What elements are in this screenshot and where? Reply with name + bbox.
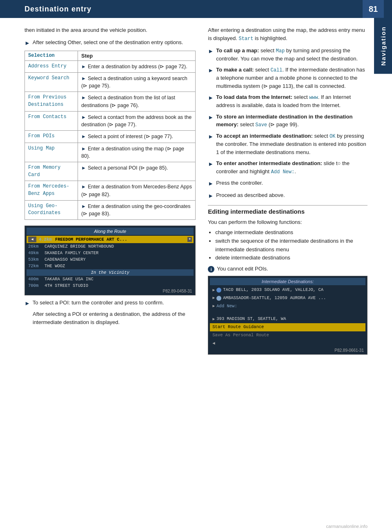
screenshot-2-row-back: ◀ <box>210 340 365 348</box>
right-bullet-enter-another: ► To enter another intermediate destinat… <box>208 159 368 176</box>
screenshot-2-row-empty <box>210 310 365 315</box>
screenshot-2-header: Intermediate Destinations: <box>210 278 365 285</box>
screenshot-row: 26km CARQUINEZ BRIDGE NORTHBOUND <box>27 243 194 250</box>
right-bullet-accept: ► To accept an intermediate destination:… <box>208 132 368 156</box>
left-column: then initiated in the area around the ve… <box>24 26 204 355</box>
table-row: From Contacts►Select a contact from the … <box>25 111 196 131</box>
right-bullet-internet: ► To load data from the Internet: select… <box>208 93 368 110</box>
main-content: then initiated in the area around the ve… <box>0 18 392 363</box>
after-screenshot-text: After selecting a POI or entering a dest… <box>33 310 196 326</box>
header-bar: Destination entry 81 <box>0 0 392 18</box>
table-cell-selection: From Contacts <box>25 111 78 131</box>
bullet-arrow-icon: ► <box>208 113 214 122</box>
screenshot-2: Intermediate Destinations: ► TACO BELL, … <box>208 276 368 355</box>
table-cell-selection: From Previous Destinations <box>25 92 78 112</box>
screenshot-2-row-dimmed: Save As Personal Route <box>210 331 365 340</box>
list-item: delete intermediate destinations <box>215 254 368 262</box>
page-wrapper: Destination entry 81 Navigation then ini… <box>0 0 392 532</box>
phone-icon <box>216 296 221 301</box>
section-intro: You can perform the following functions: <box>208 218 368 226</box>
table-row: From Mercedes-Benz Apps►Enter a destinat… <box>25 181 196 201</box>
table-row: From Memory Card►Select a personal POI (… <box>25 162 196 181</box>
table-cell-selection: Using Geo-Coordinates <box>25 200 78 220</box>
table-row: Using Geo-Coordinates►Enter a destinatio… <box>25 200 196 220</box>
step-arrow-icon: ► <box>81 203 86 209</box>
screenshot-1: Along the Route ◀ 4.2km FREEDOM PERFORMA… <box>24 226 196 295</box>
table-row: Keyword Search►Select a destination usin… <box>25 72 196 92</box>
table-row: Address Entry►Enter a destination by add… <box>25 60 196 72</box>
screenshot-2-caption: P82.89-0661-31 <box>210 348 365 353</box>
bullet-arrow-icon: ► <box>208 192 214 200</box>
info-text: You cannot edit POIs. <box>217 266 268 272</box>
right-intro: After entering a destination using the m… <box>208 26 368 42</box>
section-divider <box>208 205 368 206</box>
nav-icon <box>216 288 221 293</box>
table-cell-step: ►Select a destination from the list of l… <box>78 92 196 112</box>
step-arrow-icon: ► <box>81 114 86 120</box>
table-cell-step: ►Enter a destination using the map (⊳ pa… <box>78 143 196 162</box>
screenshot-section-header: In the Vicinity <box>27 269 194 276</box>
right-bullet-map: ► To call up a map: select Map by turnin… <box>208 47 368 63</box>
table-cell-step: ►Select a point of interest (⊳ page 77). <box>78 131 196 143</box>
screenshot-row: 72km THE WOOZ <box>27 263 194 269</box>
back-icon: ◀ <box>28 237 36 242</box>
section-heading: Editing intermediate destinations <box>208 208 368 215</box>
step-arrow-icon: ► <box>81 64 86 69</box>
right-bullet-call: ► To make a call: select Call. If the in… <box>208 66 368 90</box>
watermark: carmanualonline.info <box>326 524 368 529</box>
screenshot-2-row-add: ► Add New: <box>210 302 365 311</box>
screenshot-row: 49km SKANDIA FAMILY CENTER <box>27 250 194 256</box>
header-page-box: 81 <box>363 0 384 18</box>
table-cell-selection: From POIs <box>25 131 78 143</box>
table-cell-step: ►Select a destination using a keyword se… <box>78 72 196 92</box>
info-icon: i <box>208 266 214 273</box>
screenshot-row: 400m TAKARA SAKE USA INC <box>27 276 194 282</box>
table-cell-step: ►Enter a destination by address (⊳ page … <box>78 60 196 72</box>
right-bullet-proceed: ► Proceed as described above. <box>208 191 368 200</box>
table-header-selection: Selection <box>25 51 78 60</box>
right-column: After entering a destination using the m… <box>204 26 368 355</box>
bullet-arrow-icon: ► <box>208 47 214 56</box>
table-row: From Previous Destinations►Select a dest… <box>25 92 196 112</box>
table-cell-step: ►Select a personal POI (⊳ page 85). <box>78 162 196 181</box>
step-arrow-icon: ► <box>81 95 86 101</box>
after-screenshot-bullet-1: ► To select a POI: turn the controller a… <box>24 299 196 308</box>
table-cell-step: ►Select a contact from the address book … <box>78 111 196 131</box>
screenshot-1-header: Along the Route <box>27 228 194 235</box>
bullet-arrow-icon: ► <box>208 179 214 188</box>
step-arrow-icon: ► <box>81 76 86 81</box>
section-list: change intermediate destinations switch … <box>215 228 368 262</box>
list-item: switch the sequence of the intermediate … <box>215 237 368 254</box>
table-cell-selection: Keyword Search <box>25 72 78 92</box>
page-number: 81 <box>369 4 378 14</box>
table-row: From POIs►Select a point of interest (⊳ … <box>25 131 196 143</box>
table-cell-selection: From Memory Card <box>25 162 78 181</box>
screenshot-2-row-highlight: Start Route Guidance <box>210 323 365 331</box>
screenshot-2-row: ► 393 MADISON ST, SEATTLE, WA <box>210 315 365 323</box>
table-header-step: Step <box>78 51 196 60</box>
header-title: Destination entry <box>24 5 91 13</box>
right-bullet-store: ► To store an intermediate destination i… <box>208 113 368 129</box>
bullet-arrow-icon: ► <box>208 66 214 75</box>
table-cell-step: ►Enter a destination using the geo-coord… <box>78 200 196 220</box>
bullet-arrow-icon: ► <box>208 94 214 102</box>
intro-bullet: ► After selecting Other, select one of t… <box>24 38 196 47</box>
list-item: change intermediate destinations <box>215 228 368 237</box>
bullet-arrow-icon: ► <box>24 39 30 47</box>
step-arrow-icon: ► <box>81 165 86 171</box>
bullet-arrow-icon: ► <box>24 299 30 308</box>
table-cell-selection: Address Entry <box>25 60 78 72</box>
table-cell-selection: From Mercedes-Benz Apps <box>25 181 78 201</box>
bullet-arrow-icon: ► <box>208 160 214 168</box>
table-cell-selection: Using Map <box>25 143 78 162</box>
step-arrow-icon: ► <box>81 134 86 139</box>
right-bullet-press: ► Press the controller. <box>208 179 368 188</box>
table-cell-step: ►Enter a destination from Mercedes-Benz … <box>78 181 196 201</box>
screenshot-1-caption: P82.89-0458-31 <box>27 289 194 293</box>
screenshot-row: 700m 4TH STREET STUDIO <box>27 282 194 289</box>
screenshot-2-row: ► TACO BELL, 2033 SOLANO AVE, VALLEJO, C… <box>210 286 365 294</box>
step-arrow-icon: ► <box>81 146 86 152</box>
screenshot-row-highlight: ◀ 4.2km FREEDOM PERFORMANCE ART C... + <box>27 236 194 243</box>
table-row: Using Map►Enter a destination using the … <box>25 143 196 162</box>
step-arrow-icon: ► <box>81 184 86 190</box>
